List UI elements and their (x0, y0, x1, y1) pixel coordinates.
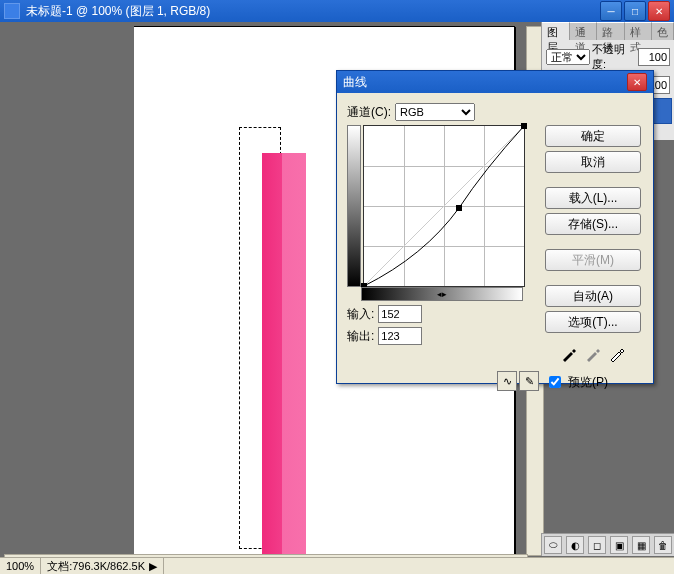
tab-styles[interactable]: 样式 (625, 22, 653, 40)
output-label: 输出: (347, 328, 374, 345)
tab-layers[interactable]: 图层 (542, 22, 570, 40)
channel-label: 通道(C): (347, 104, 391, 121)
output-gradient (347, 125, 361, 287)
pencil-tool-icon[interactable]: ✎ (519, 371, 539, 391)
white-eyedropper-icon[interactable] (608, 345, 626, 363)
minimize-button[interactable]: ─ (600, 1, 622, 21)
new-layer-icon[interactable]: ▦ (632, 536, 650, 554)
preview-checkbox[interactable] (549, 376, 561, 388)
output-field[interactable] (378, 327, 422, 345)
channel-select[interactable]: RGB (395, 103, 475, 121)
black-eyedropper-icon[interactable] (560, 345, 578, 363)
layer-mask-icon[interactable]: ◻ (588, 536, 606, 554)
window-title: 未标题-1 @ 100% (图层 1, RGB/8) (26, 3, 210, 20)
close-button[interactable]: ✕ (648, 1, 670, 21)
docinfo[interactable]: 文档: 796.3K/862.5K ▶ (41, 558, 164, 574)
curves-dialog: 曲线 ✕ 通道(C): RGB (336, 70, 654, 384)
cancel-button[interactable]: 取消 (545, 151, 641, 173)
tab-paths[interactable]: 路径 (597, 22, 625, 40)
tab-channels[interactable]: 通道 (570, 22, 598, 40)
layers-panel-footer: ⬭ ◐ ◻ ▣ ▦ 🗑 (541, 533, 674, 556)
maximize-button[interactable]: □ (624, 1, 646, 21)
preview-checkbox-row[interactable]: 预览(P) (545, 373, 641, 391)
app-icon (4, 3, 20, 19)
zoom-field[interactable]: 100% (0, 558, 41, 574)
new-group-icon[interactable]: ▣ (610, 536, 628, 554)
layer-style-icon[interactable]: ◐ (566, 536, 584, 554)
blend-mode-select[interactable]: 正常 (546, 49, 590, 65)
auto-button[interactable]: 自动(A) (545, 285, 641, 307)
dialog-title: 曲线 (343, 74, 367, 91)
flyout-icon[interactable]: ▶ (149, 560, 157, 573)
save-button[interactable]: 存储(S)... (545, 213, 641, 235)
tab-colors[interactable]: 色 (652, 22, 674, 40)
curve-point-mid[interactable] (456, 205, 462, 211)
opacity-value[interactable] (638, 48, 670, 66)
docinfo-value: 796.3K/862.5K (72, 560, 145, 572)
curve-grid[interactable] (363, 125, 525, 287)
gradient-midpoint-icon[interactable]: ◂▸ (437, 289, 447, 299)
ok-button[interactable]: 确定 (545, 125, 641, 147)
svg-line-0 (364, 126, 524, 286)
link-layers-icon[interactable]: ⬭ (544, 536, 562, 554)
statusbar: 100% 文档: 796.3K/862.5K ▶ (0, 557, 674, 574)
gray-eyedropper-icon[interactable] (584, 345, 602, 363)
input-field[interactable] (378, 305, 422, 323)
smooth-button: 平滑(M) (545, 249, 641, 271)
load-button[interactable]: 载入(L)... (545, 187, 641, 209)
preview-label: 预览(P) (568, 374, 608, 391)
curve-tool-icon[interactable]: ∿ (497, 371, 517, 391)
delete-layer-icon[interactable]: 🗑 (654, 536, 672, 554)
main-titlebar: 未标题-1 @ 100% (图层 1, RGB/8) ─ □ ✕ (0, 0, 674, 22)
opacity-label: 不透明度: (592, 42, 636, 72)
dialog-titlebar[interactable]: 曲线 ✕ (337, 71, 653, 93)
options-button[interactable]: 选项(T)... (545, 311, 641, 333)
dialog-close-button[interactable]: ✕ (627, 73, 647, 91)
docinfo-label: 文档: (47, 559, 72, 574)
curve-point-highlight[interactable] (521, 123, 527, 129)
artwork-shape (262, 153, 306, 571)
input-gradient[interactable]: ◂▸ (361, 287, 523, 301)
input-label: 输入: (347, 306, 374, 323)
